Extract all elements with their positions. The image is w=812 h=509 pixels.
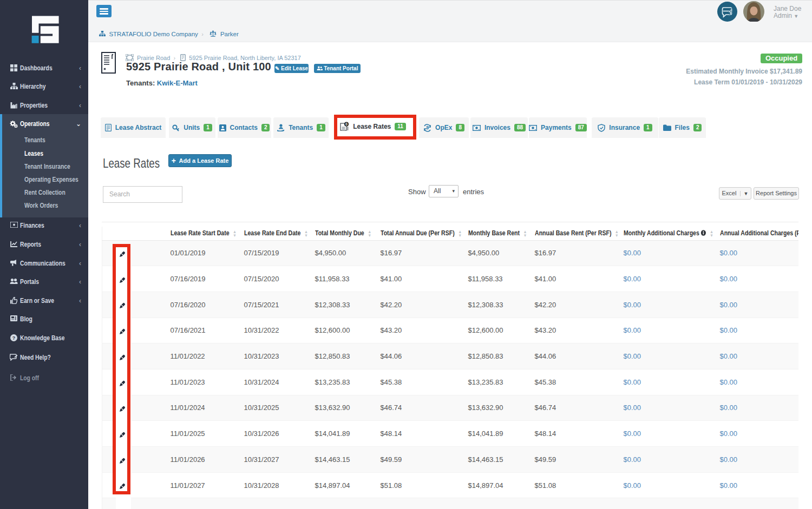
svg-text:?: ?: [12, 335, 16, 341]
svg-text:$: $: [426, 125, 429, 130]
